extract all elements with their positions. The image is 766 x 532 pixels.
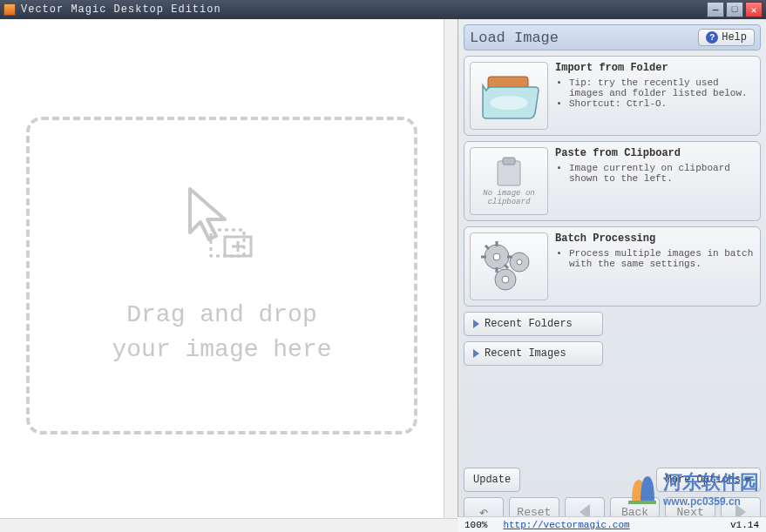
import-from-folder-card[interactable]: Import from Folder Tip: try the recently… xyxy=(464,56,761,136)
app-icon xyxy=(3,3,16,16)
svg-point-11 xyxy=(517,259,522,265)
play-icon xyxy=(473,349,479,358)
clipboard-icon: No image on clipboard xyxy=(470,147,548,215)
horizontal-scrollbar[interactable] xyxy=(0,518,458,532)
svg-rect-7 xyxy=(503,158,515,165)
update-button[interactable]: Update xyxy=(464,468,520,492)
status-bar: 100% http://vectormagic.com v1.14 xyxy=(458,516,766,532)
canvas-area[interactable]: Drag and drop your image here xyxy=(0,19,444,532)
play-icon xyxy=(473,320,479,328)
paste-desc: Image currently on clipboard shown to th… xyxy=(569,163,755,184)
more-options-button[interactable]: More Options xyxy=(656,468,761,492)
version-label: v1.14 xyxy=(730,520,759,530)
gears-icon xyxy=(470,232,548,300)
app-title: Vector Magic Desktop Edition xyxy=(21,3,707,16)
website-link[interactable]: http://vectormagic.com xyxy=(503,520,629,530)
panel-title: Load Image xyxy=(470,30,698,46)
titlebar: Vector Magic Desktop Edition — □ ✕ xyxy=(0,0,766,19)
recent-images-button[interactable]: Recent Images xyxy=(464,341,603,366)
batch-processing-card[interactable]: Batch Processing Process multiple images… xyxy=(464,226,761,306)
svg-line-18 xyxy=(485,246,489,249)
help-icon: ? xyxy=(706,31,718,44)
svg-point-9 xyxy=(493,253,500,260)
chevron-down-icon xyxy=(744,478,751,482)
svg-point-5 xyxy=(490,96,528,110)
zoom-level: 100% xyxy=(464,520,487,530)
maximize-button[interactable]: □ xyxy=(726,2,743,17)
folder-icon xyxy=(470,62,548,130)
recent-folders-button[interactable]: Recent Folders xyxy=(464,312,603,336)
svg-point-13 xyxy=(502,276,509,283)
drop-zone[interactable]: Drag and drop your image here xyxy=(26,117,417,434)
drop-text: Drag and drop your image here xyxy=(112,298,331,366)
batch-desc: Process multiple images in batch with th… xyxy=(569,248,755,269)
side-panel: Load Image ? Help Import from Folder Tip… xyxy=(458,19,766,532)
paste-title: Paste from Clipboard xyxy=(555,147,755,159)
cursor-drop-icon xyxy=(183,185,261,263)
vertical-scrollbar[interactable] xyxy=(444,19,458,532)
minimize-button[interactable]: — xyxy=(707,2,724,17)
paste-from-clipboard-card[interactable]: No image on clipboard Paste from Clipboa… xyxy=(464,141,761,221)
panel-header: Load Image ? Help xyxy=(464,24,761,51)
import-title: Import from Folder xyxy=(555,62,755,74)
batch-title: Batch Processing xyxy=(555,232,755,245)
import-shortcut: Shortcut: Ctrl-O. xyxy=(569,98,755,109)
import-tip: Tip: try the recently used images and fo… xyxy=(569,77,755,98)
help-button[interactable]: ? Help xyxy=(698,29,755,46)
svg-line-19 xyxy=(505,265,508,268)
close-button[interactable]: ✕ xyxy=(745,2,763,17)
